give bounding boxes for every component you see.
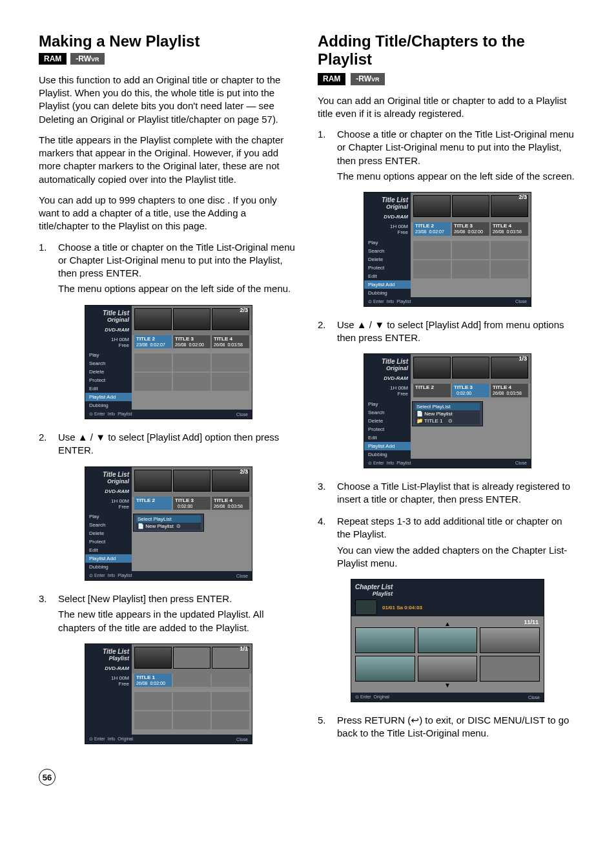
right-step-5: 5. Press RETURN (↪) to exit, or DISC MEN…: [318, 714, 577, 740]
left-format-badges: RAM -RWVR: [39, 53, 298, 65]
badge-rwvr: -RWVR: [70, 53, 104, 65]
right-step-2: 2. Use ▲ / ▼ to select [Playlist Add] fr…: [318, 319, 577, 345]
left-step-3: 3. Select [New Playlist] then press ENTE…: [39, 592, 298, 634]
right-column: Adding Title/Chapters to the Playlist RA…: [318, 32, 577, 756]
ui-screenshot-left-1: Title List Original DVD-RAM 2/3 1H 00MFr…: [85, 305, 252, 419]
left-title: Making a New Playlist: [39, 32, 298, 50]
left-paragraph-3: You can add up to 999 chapters to one di…: [39, 194, 298, 233]
right-step-3: 3. Choose a Title List-Playlist that is …: [318, 480, 577, 507]
left-paragraph-2: The title appears in the Playlist comple…: [39, 134, 298, 186]
right-step-1: 1. Choose a title or chapter on the Titl…: [318, 128, 577, 183]
badge-rwvr-r: -RWVR: [351, 73, 384, 85]
left-steps: 1. Choose a title or chapter on the Titl…: [39, 241, 298, 296]
left-step-2: 2. Use ▲ / ▼ to select [Playlist Add] op…: [39, 431, 298, 457]
ui-screenshot-right-1: Title List Original DVD-RAM 2/3 1H 00MFr…: [364, 192, 531, 306]
page-number: 56: [39, 769, 56, 786]
right-title: Adding Title/Chapters to the Playlist: [318, 32, 577, 68]
left-step-1: 1. Choose a title or chapter on the Titl…: [39, 241, 298, 296]
left-column: Making a New Playlist RAM -RWVR Use this…: [39, 32, 298, 756]
ui-screenshot-right-3: Chapter List Playlist 01/01 Sa 0:04:03 ▲…: [351, 579, 544, 702]
right-step-4: 4. Repeat steps 1-3 to add additional ti…: [318, 515, 577, 570]
ui-screenshot-right-2: Title List Original DVD-RAM 1/3 1H 00MFr…: [364, 353, 531, 468]
ui-screenshot-left-2: Title List Original DVD-RAM 2/3 1H 00MFr…: [85, 466, 252, 581]
left-paragraph-1: Use this function to add an Original tit…: [39, 74, 298, 126]
return-icon: ↪: [411, 714, 419, 727]
badge-ram-r: RAM: [318, 73, 345, 85]
right-paragraph-1: You can add an Original title or chapter…: [318, 94, 577, 121]
ui-screenshot-left-3: Title List Playlist DVD-RAM 1/1 1H 00MFr…: [85, 643, 252, 744]
badge-ram: RAM: [39, 53, 67, 65]
